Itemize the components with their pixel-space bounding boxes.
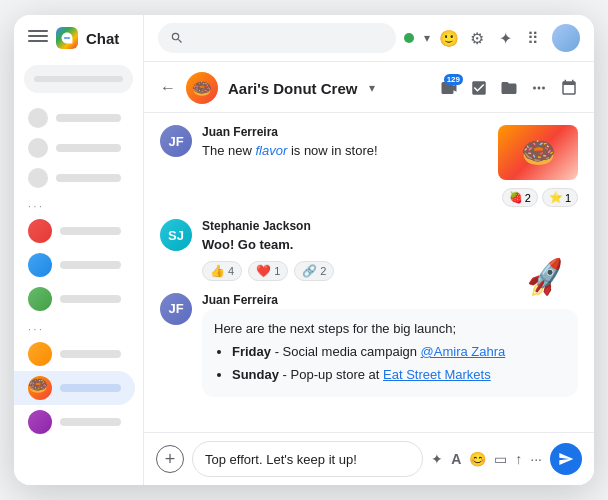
send-icon bbox=[558, 451, 574, 467]
emoji-icon[interactable]: 😊 bbox=[469, 451, 486, 467]
svg-point-2 bbox=[68, 37, 70, 39]
reaction-link[interactable]: 🔗 2 bbox=[294, 261, 334, 281]
flavor-highlight: flavor bbox=[255, 143, 287, 158]
item-label bbox=[60, 261, 121, 269]
item-label bbox=[56, 114, 121, 122]
main-content: ▾ 🙂 ⚙ ✦ ⠿ ← 🍩 Aari's Donut Crew ▾ bbox=[144, 15, 594, 485]
reaction-emoji: ❤️ bbox=[256, 264, 271, 278]
link-eat-street[interactable]: Eat Street Markets bbox=[383, 367, 491, 382]
item-label bbox=[60, 227, 121, 235]
folder-icon[interactable] bbox=[500, 79, 518, 97]
sidebar-header: Chat bbox=[14, 15, 143, 61]
reaction-count: 2 bbox=[320, 265, 326, 277]
more-actions-icon[interactable]: ··· bbox=[530, 451, 542, 467]
avatar-juan-1: JF bbox=[160, 125, 192, 157]
add-star-icon[interactable]: ✦ bbox=[496, 29, 514, 47]
avatar-stephanie: SJ bbox=[160, 219, 192, 251]
sparkle-icon[interactable]: ✦ bbox=[431, 451, 443, 467]
sidebar-people-section: · · · bbox=[14, 195, 143, 318]
item-label bbox=[56, 174, 121, 182]
input-actions: ✦ A 😊 ▭ ↑ ··· bbox=[431, 451, 542, 467]
donut-image: 🍩 bbox=[498, 125, 578, 180]
upload-icon[interactable]: ↑ bbox=[515, 451, 522, 467]
reaction-count: 4 bbox=[228, 265, 234, 277]
sidebar-item-space-3[interactable] bbox=[14, 405, 135, 439]
message-3-content: Juan Ferreira Here are the next steps fo… bbox=[202, 293, 578, 398]
sidebar-item-person-3[interactable] bbox=[14, 282, 135, 316]
task-icon[interactable] bbox=[470, 79, 488, 97]
sidebar-item-space-1[interactable] bbox=[14, 337, 135, 371]
item-label bbox=[56, 144, 121, 152]
message-1-text: The new flavor is now in store! bbox=[202, 141, 488, 161]
app-container: Chat · · · bbox=[14, 15, 594, 485]
people-section-label: · · · bbox=[14, 197, 143, 214]
svg-point-1 bbox=[66, 37, 68, 39]
sidebar-item-person-2[interactable] bbox=[14, 248, 135, 282]
more-options-icon[interactable] bbox=[530, 79, 548, 97]
emoji-feedback-icon[interactable]: 🙂 bbox=[440, 29, 458, 47]
image-reactions: 🍓 2 ⭐ 1 bbox=[502, 188, 578, 207]
send-button[interactable] bbox=[550, 443, 582, 475]
app-logo bbox=[56, 27, 78, 49]
day-sunday: Sunday bbox=[232, 367, 279, 382]
sidebar: Chat · · · bbox=[14, 15, 144, 485]
message-group-1: JF Juan Ferreira The new flavor is now i… bbox=[160, 125, 578, 207]
mention-amira[interactable]: @Amira Zahra bbox=[421, 344, 506, 359]
reaction-strawberry[interactable]: 🍓 2 bbox=[502, 188, 538, 207]
home-icon bbox=[28, 108, 48, 128]
rocket-decoration: 🚀 bbox=[523, 256, 569, 300]
user-avatar[interactable] bbox=[552, 24, 580, 52]
sidebar-item-person-1[interactable] bbox=[14, 214, 135, 248]
message-2-content: Stephanie Jackson Woo! Go team. 👍 4 ❤️ 1 bbox=[202, 219, 578, 281]
status-chevron[interactable]: ▾ bbox=[424, 31, 430, 45]
avatar-donut-crew: 🍩 bbox=[28, 376, 52, 400]
apps-icon[interactable]: ⠿ bbox=[524, 29, 542, 47]
calendar-icon[interactable] bbox=[560, 79, 578, 97]
message-input[interactable] bbox=[192, 441, 423, 477]
sidebar-item-mention[interactable] bbox=[14, 133, 135, 163]
reaction-count: 1 bbox=[274, 265, 280, 277]
reaction-count: 2 bbox=[525, 192, 531, 204]
sidebar-item-home[interactable] bbox=[14, 103, 135, 133]
chat-title-chevron[interactable]: ▾ bbox=[369, 81, 375, 95]
reaction-count: 1 bbox=[565, 192, 571, 204]
sender-name-2: Stephanie Jackson bbox=[202, 219, 578, 233]
hamburger-menu-icon[interactable] bbox=[28, 30, 48, 46]
settings-icon[interactable]: ⚙ bbox=[468, 29, 486, 47]
reaction-star[interactable]: ⭐ 1 bbox=[542, 188, 578, 207]
chat-header-actions: 129 bbox=[440, 79, 578, 97]
chat-header: ← 🍩 Aari's Donut Crew ▾ 129 bbox=[144, 62, 594, 113]
reaction-heart[interactable]: ❤️ 1 bbox=[248, 261, 288, 281]
sidebar-nav-section bbox=[14, 101, 143, 195]
bullet-item-1: Friday - Social media campaign @Amira Za… bbox=[232, 342, 566, 362]
search-bar[interactable] bbox=[158, 23, 396, 53]
add-button[interactable]: + bbox=[156, 445, 184, 473]
sidebar-item-donut-crew[interactable]: 🍩 bbox=[14, 371, 135, 405]
reaction-emoji: ⭐ bbox=[549, 191, 563, 204]
avatar-person-2 bbox=[28, 253, 52, 277]
search-bar-placeholder bbox=[34, 76, 123, 82]
message-group-3: JF Juan Ferreira Here are the next steps… bbox=[160, 293, 578, 398]
day-friday: Friday bbox=[232, 344, 271, 359]
message-2-text: Woo! Go team. bbox=[202, 235, 578, 255]
back-button[interactable]: ← bbox=[160, 79, 176, 97]
mention-icon bbox=[28, 138, 48, 158]
chat-title: Aari's Donut Crew bbox=[228, 80, 357, 97]
reaction-thumbsup[interactable]: 👍 4 bbox=[202, 261, 242, 281]
sender-name-1: Juan Ferreira bbox=[202, 125, 488, 139]
app-title: Chat bbox=[86, 30, 119, 47]
video-call-icon[interactable]: 129 bbox=[440, 79, 458, 97]
status-indicator[interactable] bbox=[404, 33, 414, 43]
sidebar-item-saved[interactable] bbox=[14, 163, 135, 193]
item-label bbox=[60, 418, 121, 426]
message-3-block: Here are the next steps for the big laun… bbox=[202, 309, 578, 398]
star-icon bbox=[28, 168, 48, 188]
message-1-content: Juan Ferreira The new flavor is now in s… bbox=[202, 125, 488, 161]
sidebar-search[interactable] bbox=[24, 65, 133, 93]
avatar-person-3 bbox=[28, 287, 52, 311]
attachment-icon[interactable]: ▭ bbox=[494, 451, 507, 467]
reaction-emoji: 👍 bbox=[210, 264, 225, 278]
chat-area: ← 🍩 Aari's Donut Crew ▾ 129 bbox=[144, 62, 594, 485]
format-text-icon[interactable]: A bbox=[451, 451, 461, 467]
reaction-emoji: 🔗 bbox=[302, 264, 317, 278]
